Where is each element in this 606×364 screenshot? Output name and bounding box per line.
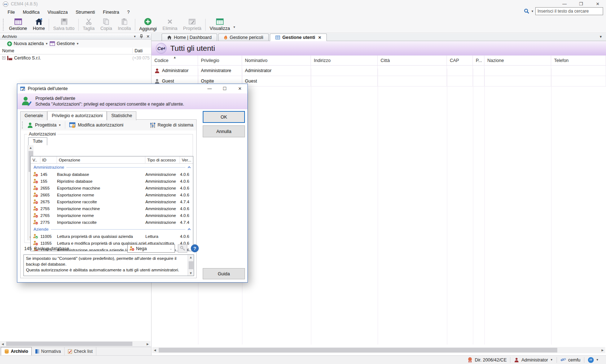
column-dati[interactable]: Dati <box>132 48 151 53</box>
status-directive[interactable]: Dir. 2006/42/CE <box>464 357 510 363</box>
apply-key-button[interactable] <box>178 244 187 253</box>
dialog-tab-generale[interactable]: Generale <box>20 111 47 120</box>
gestione-panel-button[interactable]: Gestione ▼ <box>49 41 79 46</box>
modifica-autorizzazioni-button[interactable]: Modifica autorizzazioni <box>67 121 125 129</box>
auth-row[interactable]: 145Backup databaseAmministrazione4.0.6 <box>31 171 193 178</box>
scrollbar-thumb[interactable] <box>6 342 132 346</box>
gestione-button[interactable]: Gestione <box>6 17 30 33</box>
visualizza-button[interactable]: Visualizza <box>207 17 233 33</box>
auth-row[interactable]: 2765Importazione normeAmministrazione4.0… <box>31 212 193 219</box>
menu-file[interactable]: File <box>4 9 19 16</box>
col-ver[interactable]: Ver... <box>180 156 193 163</box>
taglia-button[interactable]: Taglia <box>80 17 97 33</box>
scrollbar-thumb[interactable] <box>189 261 193 269</box>
tab-close-icon[interactable]: ✕ <box>318 35 321 40</box>
col-cap[interactable]: CAP <box>447 56 473 65</box>
auth-section-header[interactable]: Amministrazione <box>31 164 193 171</box>
user-row-administrator[interactable]: Administrator Amministratore Administrat… <box>152 66 606 76</box>
aggiungi-button[interactable]: Aggiungi <box>136 17 160 33</box>
col-id[interactable]: ID <box>40 156 57 163</box>
language-dropdown-icon[interactable]: ▼ <box>596 358 599 361</box>
auth-row[interactable]: 2665Esportazione normeAmministrazione4.0… <box>31 191 193 198</box>
collapse-chevron-icon[interactable] <box>188 166 191 168</box>
cancel-button[interactable]: Annulla <box>203 125 245 137</box>
home-button[interactable]: Home <box>30 17 48 33</box>
dialog-close-button[interactable]: ✕ <box>232 84 247 93</box>
auth-row[interactable]: 2675Esportazione raccolteAmministrazione… <box>31 198 193 205</box>
proprieta-button[interactable]: Proprietà <box>180 17 205 33</box>
col-p[interactable]: P... <box>473 56 484 65</box>
menu-modifica[interactable]: Modifica <box>19 9 44 16</box>
pin-icon[interactable] <box>140 34 143 39</box>
minimize-button[interactable]: — <box>556 0 573 8</box>
col-citta[interactable]: Città <box>378 56 447 65</box>
auth-row[interactable]: 2655Esportazione macchineAmministrazione… <box>31 185 193 191</box>
privilege-dropdown-icon[interactable]: ▼ <box>58 124 61 127</box>
dialog-minimize-button[interactable]: — <box>202 84 217 93</box>
col-tipo-accesso[interactable]: Tipo di accesso <box>145 156 180 163</box>
menu-finestra[interactable]: Finestra <box>99 9 123 16</box>
col-v[interactable]: V.. <box>31 156 40 163</box>
col-telefono[interactable]: Telefon <box>551 56 606 65</box>
tab-normativa[interactable]: Normativa <box>32 347 65 355</box>
copia-button[interactable]: Copia <box>97 17 115 33</box>
dialog-tab-statistiche[interactable]: Statistiche <box>107 111 136 120</box>
column-nome[interactable]: Nome <box>0 48 132 53</box>
maximize-button[interactable]: ❐ <box>573 0 589 8</box>
search-options-dropdown[interactable]: ▼ <box>531 10 534 13</box>
status-language[interactable]: IT ▼ <box>584 357 602 363</box>
search-input[interactable] <box>535 7 603 15</box>
auth-section-header[interactable]: Aziende <box>31 226 193 233</box>
panel-close-icon[interactable]: ✕ <box>146 34 150 39</box>
regole-di-sistema-button[interactable]: Regole di sistema <box>150 122 193 128</box>
dialog-maximize-button[interactable]: ☐ <box>217 84 232 93</box>
col-operazione[interactable]: Operazione <box>57 156 145 163</box>
tab-checklist[interactable]: Check list <box>65 347 96 355</box>
doc-tab-gestione-pericoli[interactable]: Gestione pericoli <box>218 34 269 41</box>
col-privilegio[interactable]: Privilegio <box>198 56 242 65</box>
nuova-azienda-dropdown[interactable]: ▼ <box>45 42 48 45</box>
status-user[interactable]: Administrator ▼ <box>510 357 557 363</box>
tab-archivio[interactable]: Archivio <box>1 347 32 355</box>
combobox-chevron-icon[interactable]: ⌄ <box>170 247 172 250</box>
auth-row[interactable]: 155Ripristino databaseAmministrazione4.0… <box>31 178 193 185</box>
left-panel-hscrollbar[interactable]: ◄ ► <box>0 341 150 347</box>
salva-tutto-button[interactable]: Salva tutto <box>50 17 77 33</box>
tree-expander-icon[interactable]: + <box>2 56 5 59</box>
doc-tab-gestione-utenti[interactable]: Gestione utenti ✕ <box>270 34 327 41</box>
menu-visualizza[interactable]: Visualizza <box>44 9 72 16</box>
dialog-tab-privilegio[interactable]: Privilegio e autorizzazioni <box>47 111 107 120</box>
help-button[interactable]: ? <box>191 244 199 252</box>
guida-button[interactable]: Guida <box>203 268 245 279</box>
menu-help[interactable]: ? <box>123 9 133 16</box>
search-icon[interactable] <box>524 8 530 14</box>
description-vscrollbar[interactable]: ▲ ▼ <box>188 255 194 276</box>
gestione-panel-dropdown[interactable]: ▼ <box>76 42 79 45</box>
auth-row[interactable]: 11005Lettura proprietà di una qualsiasi … <box>31 233 193 240</box>
col-codice[interactable]: Codice▲ <box>152 56 198 65</box>
toolbar-drag-handle[interactable] <box>3 19 5 31</box>
incolla-button[interactable]: Incolla <box>115 17 134 33</box>
col-indirizzo[interactable]: Indirizzo <box>311 56 378 65</box>
document-hscrollbar[interactable]: ◄ ► <box>152 347 605 353</box>
ok-button[interactable]: OK <box>203 111 245 123</box>
close-button[interactable]: ✕ <box>589 0 606 8</box>
col-nazione[interactable]: Nazione <box>484 56 551 65</box>
visualizza-dropdown[interactable]: ▼ <box>233 26 236 29</box>
auth-row[interactable]: 2775Importazione raccolteAmministrazione… <box>31 219 193 226</box>
col-nominativo[interactable]: Nominativo <box>242 56 311 65</box>
menu-strumenti[interactable]: Strumenti <box>72 9 99 16</box>
privilege-selector[interactable]: Progettista ▼ <box>26 121 63 129</box>
nuova-azienda-button[interactable]: Nuova azienda ▼ <box>7 41 48 46</box>
tab-list-dropdown[interactable]: ▼ <box>599 35 602 39</box>
status-cemfu-link[interactable]: cemfu <box>557 357 584 363</box>
doc-tab-home-dashboard[interactable]: Home | Dashboard <box>162 34 217 41</box>
filter-tab-tutte[interactable]: Tutte <box>28 137 47 145</box>
scrollbar-thumb[interactable] <box>159 348 557 352</box>
auth-value-combobox[interactable]: Nega ⌄ <box>127 244 175 253</box>
tree-item-certifico[interactable]: + Certifico S.r.l. (+39 075 5 <box>0 54 151 61</box>
auth-row[interactable]: 2755Importazione macchineAmministrazione… <box>31 205 193 212</box>
panel-dropdown-icon[interactable]: ▼ <box>133 35 136 38</box>
user-dropdown-icon[interactable]: ▼ <box>550 358 553 361</box>
toolbar-drag-handle[interactable] <box>22 121 23 129</box>
